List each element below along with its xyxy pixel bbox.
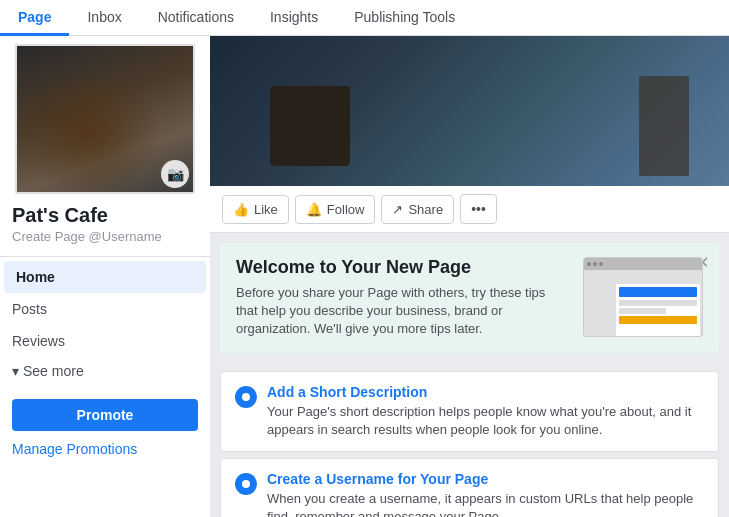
tip-item-username: Create a Username for Your Page When you… bbox=[220, 458, 719, 517]
tab-insights[interactable]: Insights bbox=[252, 1, 336, 36]
share-label: Share bbox=[408, 202, 443, 217]
browser-orange-bar bbox=[619, 316, 697, 324]
tip-item-description: Add a Short Description Your Page's shor… bbox=[220, 371, 719, 452]
like-button[interactable]: 👍 Like bbox=[222, 195, 289, 224]
page-name: Pat's Cafe bbox=[0, 194, 210, 229]
more-options-button[interactable]: ••• bbox=[460, 194, 497, 224]
sidebar-item-posts[interactable]: Posts bbox=[0, 293, 210, 325]
tip-title-1[interactable]: Add a Short Description bbox=[267, 384, 704, 400]
see-more-label: See more bbox=[23, 363, 84, 379]
sidebar-item-home[interactable]: Home bbox=[4, 261, 206, 293]
browser-title-bar bbox=[584, 258, 702, 270]
cover-photo bbox=[210, 36, 729, 186]
browser-content-mock bbox=[616, 284, 700, 336]
tab-publishing-tools[interactable]: Publishing Tools bbox=[336, 1, 473, 36]
browser-mockup bbox=[583, 257, 703, 337]
tip-description-2: When you create a username, it appears i… bbox=[267, 490, 704, 517]
follow-label: Follow bbox=[327, 202, 365, 217]
tip-title-2[interactable]: Create a Username for Your Page bbox=[267, 471, 704, 487]
welcome-description: Before you share your Page with others, … bbox=[236, 284, 567, 339]
tip-content-1: Add a Short Description Your Page's shor… bbox=[267, 384, 704, 439]
tips-list: Add a Short Description Your Page's shor… bbox=[210, 371, 729, 517]
welcome-text-area: Welcome to Your New Page Before you shar… bbox=[236, 257, 567, 339]
welcome-card: ✕ Welcome to Your New Page Before you sh… bbox=[220, 243, 719, 353]
profile-image-container: 📷 bbox=[15, 44, 195, 194]
tip-description-1: Your Page's short description helps peop… bbox=[267, 403, 704, 439]
camera-icon: 📷 bbox=[167, 166, 184, 182]
welcome-inner: Welcome to Your New Page Before you shar… bbox=[236, 257, 703, 339]
share-button[interactable]: ↗ Share bbox=[381, 195, 454, 224]
manage-promotions-link[interactable]: Manage Promotions bbox=[0, 437, 210, 469]
content-area: 👍 Like 🔔 Follow ↗ Share ••• ✕ Welcome to… bbox=[210, 36, 729, 517]
main-layout: 📷 Pat's Cafe Create Page @Username Home … bbox=[0, 36, 729, 517]
sidebar-navigation: Home Posts Reviews ▾ See more bbox=[0, 256, 210, 389]
tip-content-2: Create a Username for Your Page When you… bbox=[267, 471, 704, 517]
like-icon: 👍 bbox=[233, 202, 249, 217]
action-bar: 👍 Like 🔔 Follow ↗ Share ••• bbox=[210, 186, 729, 233]
tab-page[interactable]: Page bbox=[0, 1, 69, 36]
welcome-illustration bbox=[583, 257, 703, 337]
browser-dot-1 bbox=[587, 262, 591, 266]
page-username[interactable]: Create Page @Username bbox=[0, 229, 210, 256]
like-label: Like bbox=[254, 202, 278, 217]
promote-button[interactable]: Promote bbox=[12, 399, 198, 431]
follow-icon: 🔔 bbox=[306, 202, 322, 217]
camera-icon-button[interactable]: 📷 bbox=[161, 160, 189, 188]
sidebar-item-reviews[interactable]: Reviews bbox=[0, 325, 210, 357]
chevron-down-icon: ▾ bbox=[12, 363, 19, 379]
tab-inbox[interactable]: Inbox bbox=[69, 1, 139, 36]
browser-bar bbox=[619, 287, 697, 297]
share-icon: ↗ bbox=[392, 202, 403, 217]
welcome-title: Welcome to Your New Page bbox=[236, 257, 567, 278]
tab-notifications[interactable]: Notifications bbox=[140, 1, 252, 36]
top-nav: Page Inbox Notifications Insights Publis… bbox=[0, 0, 729, 36]
browser-line-2 bbox=[619, 308, 666, 314]
see-more-button[interactable]: ▾ See more bbox=[0, 357, 210, 385]
nav-tabs: Page Inbox Notifications Insights Publis… bbox=[0, 0, 729, 36]
browser-line-1 bbox=[619, 300, 697, 306]
follow-button[interactable]: 🔔 Follow bbox=[295, 195, 376, 224]
browser-dot-2 bbox=[593, 262, 597, 266]
browser-dot-3 bbox=[599, 262, 603, 266]
tip-icon-2 bbox=[235, 473, 257, 495]
browser-sidebar-mock bbox=[584, 282, 614, 337]
sidebar: 📷 Pat's Cafe Create Page @Username Home … bbox=[0, 36, 210, 517]
tip-icon-1 bbox=[235, 386, 257, 408]
